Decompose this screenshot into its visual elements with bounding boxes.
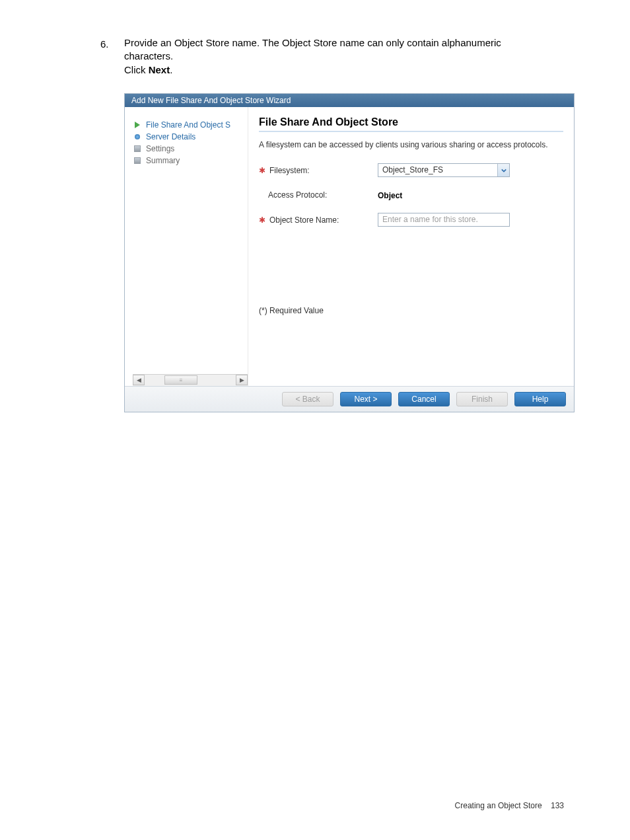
footer-text: Creating an Object Store — [455, 801, 542, 810]
scroll-right-button[interactable]: ▶ — [236, 375, 248, 385]
nav-item-server[interactable]: Server Details — [133, 131, 248, 143]
access-protocol-label: Access Protocol: — [259, 190, 378, 200]
help-button[interactable]: Help — [514, 392, 566, 406]
step-line1b: characters. — [124, 50, 173, 61]
nav-item-summary[interactable]: Summary — [133, 155, 248, 167]
arrow-right-icon — [133, 120, 142, 130]
step-line2a: Click — [124, 64, 149, 75]
required-value-note: (*) Required Value — [259, 306, 563, 315]
dot-icon — [133, 132, 142, 141]
filesystem-row: ✱ Filesystem: Object_Store_FS — [259, 163, 563, 177]
filesystem-value: Object_Store_FS — [378, 164, 497, 176]
storename-input[interactable]: Enter a name for this store. — [378, 213, 510, 227]
wizard-titlebar: Add New File Share And Object Store Wiza… — [125, 94, 574, 107]
finish-button[interactable]: Finish — [456, 392, 508, 406]
square-icon — [133, 144, 142, 153]
nav-item-fileshare[interactable]: File Share And Object S — [133, 119, 248, 131]
access-protocol-value: Object — [378, 191, 402, 200]
scroll-left-button[interactable]: ◀ — [133, 375, 145, 385]
filesystem-combobox[interactable]: Object_Store_FS — [378, 163, 510, 177]
filesystem-label-text: Filesystem: — [269, 166, 310, 175]
step-instructions: Provide an Object Store name. The Object… — [124, 36, 564, 77]
step-number: 6. — [100, 38, 109, 50]
page-footer: Creating an Object Store 133 — [455, 801, 564, 810]
required-star-icon: ✱ — [259, 166, 265, 175]
footer-page-number: 133 — [551, 801, 564, 810]
nav-scrollbar[interactable]: ◀ ≡ ▶ — [133, 374, 248, 386]
step-line1a: Provide an Object Store name. The Object… — [124, 37, 501, 48]
chevron-down-icon[interactable] — [497, 164, 509, 176]
wizard-nav-panel: File Share And Object S Server Details S… — [125, 107, 248, 386]
wizard-dialog: Add New File Share And Object Store Wiza… — [124, 93, 575, 412]
square-icon — [133, 156, 142, 165]
storename-label: ✱ Object Store Name: — [259, 215, 378, 225]
content-title: File Share And Object Store — [259, 116, 563, 128]
filesystem-label: ✱ Filesystem: — [259, 166, 378, 175]
title-underline — [259, 131, 563, 132]
step-line2c: . — [170, 64, 172, 75]
storename-row: ✱ Object Store Name: Enter a name for th… — [259, 213, 563, 227]
wizard-button-bar: < Back Next > Cancel Finish Help — [125, 386, 574, 412]
storename-label-text: Object Store Name: — [269, 215, 339, 225]
nav-item-label: Summary — [146, 156, 180, 165]
nav-item-label: File Share And Object S — [146, 120, 230, 130]
content-description: A filesystem can be accessed by clients … — [259, 140, 563, 151]
required-star-icon: ✱ — [259, 215, 265, 225]
scroll-thumb[interactable]: ≡ — [164, 375, 197, 385]
step-line2b: Next — [149, 64, 170, 75]
nav-item-settings[interactable]: Settings — [133, 143, 248, 155]
wizard-content-panel: File Share And Object Store A filesystem… — [248, 107, 574, 386]
access-protocol-label-text: Access Protocol: — [268, 190, 327, 200]
nav-item-label: Settings — [146, 144, 174, 153]
cancel-button[interactable]: Cancel — [398, 392, 450, 406]
scroll-track[interactable]: ≡ — [145, 375, 236, 385]
back-button[interactable]: < Back — [282, 392, 333, 406]
access-protocol-row: Access Protocol: Object — [259, 189, 563, 201]
next-button[interactable]: Next > — [340, 392, 392, 406]
nav-item-label: Server Details — [146, 132, 195, 141]
